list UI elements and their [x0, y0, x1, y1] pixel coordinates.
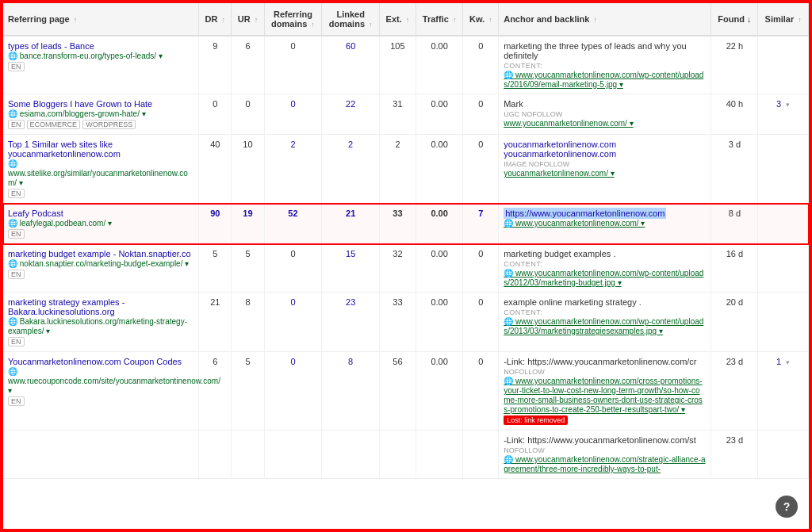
similar-cell	[758, 135, 809, 204]
lang-badge: EN	[8, 229, 25, 239]
anchor-url-link[interactable]: 🌐 www.youcanmarketonlinenow.com/cross-pr…	[504, 377, 703, 414]
ext-cell: 33	[380, 204, 416, 244]
similar-cell: 3 ▾	[758, 94, 809, 135]
col-header-linked-domains[interactable]: Linkeddomains ↑	[322, 3, 380, 36]
ext-cell: 32	[380, 244, 416, 293]
referring-page-cell: Top 1 Similar web sites like youcanmarke…	[3, 135, 199, 204]
page-title-link[interactable]: Leafy Podcast	[8, 209, 63, 218]
anchor-url-link[interactable]: 🌐 www.youcanmarketonlinenow.com/ ▾	[504, 219, 645, 228]
wordpress-badge: WORDPRESS	[82, 120, 136, 129]
anchor-cell: Mark UGC NOFOLLOW www.youcanmarketonline…	[499, 94, 711, 135]
referring-page-cell: Leafy Podcast 🌐 leafylegal.podbean.com/ …	[3, 204, 199, 244]
linked-domains-cell	[322, 431, 380, 479]
col-header-ur[interactable]: UR ↑	[232, 3, 264, 36]
lang-badge: EN	[8, 62, 25, 71]
kw-cell: 7	[463, 204, 499, 244]
table-row: types of leads - Bance 🌐 bance.transform…	[3, 36, 809, 94]
ext-cell: 56	[380, 352, 416, 431]
page-url-link[interactable]: 🌐 esiama.com/bloggers-grown-hate/ ▾	[8, 109, 146, 118]
kw-cell: 0	[463, 352, 499, 431]
traffic-cell: 0.00	[416, 36, 463, 94]
page-url-link[interactable]: 🌐 Bakara.luckinesolutions.org/marketing-…	[8, 317, 187, 335]
ur-cell: 5	[232, 352, 264, 431]
found-cell: 23 d	[711, 352, 758, 431]
sort-icon-dr: ↑	[221, 16, 225, 24]
sort-icon-referring-domains: ↑	[311, 21, 315, 29]
anchor-cell: example online marketing strategy . CONT…	[499, 293, 711, 352]
dr-cell	[199, 431, 232, 479]
page-url-link[interactable]: 🌐 leafylegal.podbean.com/ ▾	[8, 219, 112, 228]
linked-domains-cell: 23	[322, 293, 380, 352]
kw-cell: 0	[463, 244, 499, 293]
col-header-referring-domains[interactable]: Referringdomains ↑	[264, 3, 322, 36]
ur-cell: 0	[232, 94, 264, 135]
page-url-link[interactable]: 🌐 bance.transform-eu.org/types-of-leads/…	[8, 52, 163, 60]
anchor-url-link[interactable]: 🌐 www.youcanmarketonlinenow.com/strategi…	[504, 455, 705, 473]
col-header-referring-page[interactable]: Referring page ↑	[3, 3, 199, 36]
page-title-link[interactable]: types of leads - Bance	[8, 41, 94, 51]
similar-dropdown-icon[interactable]: ▾	[786, 101, 790, 109]
linked-domains-cell: 8	[322, 352, 380, 431]
sort-icon-similar: ↑	[798, 16, 802, 24]
dr-cell: 0	[199, 94, 232, 135]
page-title-link[interactable]: Youcanmarketonlinenow.com Coupon Codes	[8, 357, 182, 366]
referring-page-cell: marketing strategy examples - Bakara.luc…	[3, 293, 199, 352]
similar-cell	[758, 431, 809, 479]
linked-domains-cell: 2	[322, 135, 380, 204]
sort-icon-linked-domains: ↑	[369, 21, 373, 29]
anchor-url-link[interactable]: 🌐 www.youcanmarketonlinenow.com/wp-conte…	[504, 71, 703, 89]
ur-cell: 10	[232, 135, 264, 204]
ext-cell: 2	[380, 135, 416, 204]
anchor-text-link[interactable]: youcanmarketonlinenow.com	[504, 140, 616, 149]
anchor-type-label: CONTENT:	[504, 308, 542, 316]
table-container: Referring page ↑ DR ↑ UR ↑ Referringdoma…	[3, 3, 809, 479]
col-header-found[interactable]: Found ↓	[711, 3, 758, 36]
ext-cell: 105	[380, 36, 416, 94]
referring-page-cell: types of leads - Bance 🌐 bance.transform…	[3, 36, 199, 94]
found-cell: 16 d	[711, 244, 758, 293]
page-url-link[interactable]: 🌐 noktan.snaptier.co/marketing-budget-ex…	[8, 259, 189, 268]
similar-cell	[758, 204, 809, 244]
ext-cell: 31	[380, 94, 416, 135]
referring-domains-cell: 52	[264, 204, 322, 244]
col-header-traffic[interactable]: Traffic ↑	[416, 3, 463, 36]
ur-cell	[232, 431, 264, 479]
table-row: Top 1 Similar web sites like youcanmarke…	[3, 135, 809, 204]
anchor-url-link[interactable]: 🌐 www.youcanmarketonlinenow.com/wp-conte…	[504, 269, 703, 287]
page-url-link[interactable]: 🌐 www.ruecouponcode.com/site/youcanmarke…	[8, 367, 220, 395]
referring-domains-cell: 2	[264, 135, 322, 204]
col-header-kw[interactable]: Kw. ↑	[463, 3, 499, 36]
page-url-link[interactable]: 🌐 www.sitelike.org/similar/youcanmarketo…	[8, 159, 188, 187]
page-title-link[interactable]: marketing budget example - Noktan.snapti…	[8, 249, 191, 258]
linked-domains-cell: 60	[322, 36, 380, 94]
col-header-similar[interactable]: Similar ↑	[758, 3, 809, 36]
sort-icon-kw: ↑	[488, 16, 492, 24]
ur-cell: 5	[232, 244, 264, 293]
anchor-url-link[interactable]: youcanmarketonlinenow.com/ ▾	[504, 169, 615, 178]
page-title-link[interactable]: marketing strategy examples - Bakara.luc…	[8, 297, 124, 316]
linked-domains-cell: 15	[322, 244, 380, 293]
dr-cell: 9	[199, 36, 232, 94]
col-header-dr[interactable]: DR ↑	[199, 3, 232, 36]
found-cell: 8 d	[711, 204, 758, 244]
page-title-link[interactable]: Some Bloggers I have Grown to Hate	[8, 99, 152, 109]
anchor-url-link[interactable]: 🌐 www.youcanmarketonlinenow.com/wp-conte…	[504, 317, 703, 335]
referring-page-cell: Some Bloggers I have Grown to Hate 🌐 esi…	[3, 94, 199, 135]
anchor-url-link[interactable]: www.youcanmarketonlinenow.com/ ▾	[504, 119, 633, 128]
anchor-type-label: IMAGE NOFOLLOW	[504, 160, 569, 168]
help-button[interactable]: ?	[776, 496, 798, 518]
dr-cell: 6	[199, 352, 232, 431]
col-header-anchor[interactable]: Anchor and backlink ↑	[499, 3, 711, 36]
referring-domains-cell: 0	[264, 352, 322, 431]
similar-dropdown-icon[interactable]: ▾	[786, 358, 790, 366]
anchor-cell: marketing the three types of leads and w…	[499, 36, 711, 94]
ur-cell: 8	[232, 293, 264, 352]
col-header-ext[interactable]: Ext. ↑	[380, 3, 416, 36]
lang-badge: EN	[8, 396, 25, 406]
referring-page-cell	[3, 431, 199, 479]
traffic-cell: 0.00	[416, 204, 463, 244]
anchor-text-link2[interactable]: youcanmarketonlinenow.com	[504, 149, 616, 159]
found-cell: 40 h	[711, 94, 758, 135]
similar-value: 3	[776, 99, 781, 109]
page-title-link[interactable]: Top 1 Similar web sites like youcanmarke…	[8, 140, 121, 159]
